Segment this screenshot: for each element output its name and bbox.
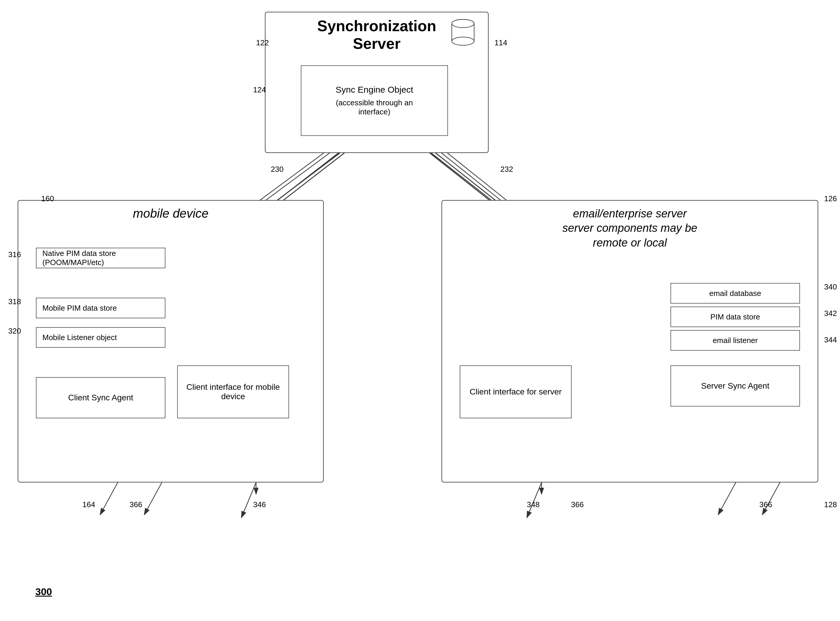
database-cylinder-icon [450, 18, 476, 48]
svg-line-16 [100, 482, 118, 515]
ref-318: 318 [8, 297, 21, 306]
email-database-row: email database [670, 283, 800, 304]
ref-114: 114 [494, 38, 507, 47]
svg-line-19 [762, 482, 780, 515]
ref-124: 124 [253, 85, 266, 94]
ref-320: 320 [8, 327, 21, 336]
ref-366-3: 366 [760, 500, 772, 509]
ref-164: 164 [82, 500, 95, 509]
ref-126: 126 [824, 194, 837, 203]
svg-line-17 [144, 482, 162, 515]
sync-engine-box: Sync Engine Object (accessible through a… [301, 65, 448, 136]
ref-366-1: 366 [129, 500, 142, 509]
ref-122: 122 [256, 38, 269, 47]
mobile-device-title: mobile device [18, 201, 323, 224]
mobile-device-box: mobile device Native PIM data store (POO… [18, 200, 324, 482]
client-interface-mobile-box: Client interface for mobile device [177, 365, 289, 418]
native-pim-row: Native PIM data store (POOM/MAPI/etc) [36, 248, 165, 268]
email-server-title: email/enterprise server server component… [442, 201, 818, 250]
pim-data-store-row: PIM data store [670, 306, 800, 327]
figure-label: 300 [35, 586, 52, 597]
sync-engine-title: Sync Engine Object [335, 85, 413, 95]
diagram: Synchronization Server Sync Engine Objec… [0, 0, 840, 621]
ref-348: 348 [527, 500, 540, 509]
svg-point-24 [452, 37, 474, 45]
client-interface-server-box: Client interface for server [460, 365, 572, 418]
ref-346: 346 [253, 500, 266, 509]
ref-342: 342 [824, 309, 837, 318]
ref-160: 160 [41, 194, 54, 203]
sync-engine-desc2: interface) [358, 108, 390, 117]
ref-344: 344 [824, 335, 837, 344]
email-listener-row: email listener [670, 330, 800, 351]
ref-128: 128 [824, 500, 837, 509]
client-sync-agent-row: Client Sync Agent [36, 377, 165, 418]
svg-point-25 [452, 20, 474, 28]
ref-316: 316 [8, 250, 21, 259]
sync-server-box: Synchronization Server Sync Engine Objec… [265, 12, 488, 153]
svg-line-18 [718, 482, 736, 515]
server-sync-agent-row: Server Sync Agent [670, 365, 800, 407]
mobile-listener-row: Mobile Listener object [36, 327, 165, 348]
ref-230: 230 [271, 165, 284, 174]
sync-engine-desc1: (accessible through an [336, 98, 413, 108]
ref-232: 232 [500, 165, 513, 174]
ref-340: 340 [824, 282, 837, 292]
email-server-box: email/enterprise server server component… [441, 200, 818, 482]
mobile-pim-row: Mobile PIM data store [36, 298, 165, 318]
ref-366-2: 366 [571, 500, 584, 509]
